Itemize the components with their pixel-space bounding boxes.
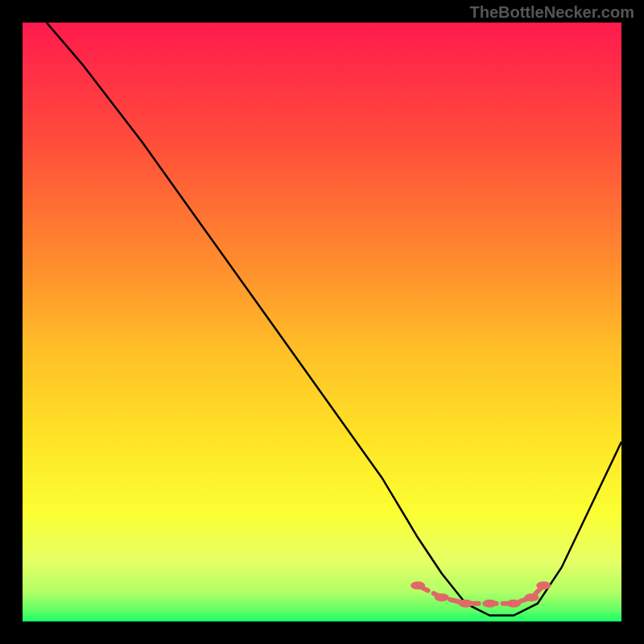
marker-dot	[536, 581, 551, 589]
gradient-background	[23, 23, 621, 621]
marker-dot	[524, 593, 539, 601]
chart-svg	[23, 23, 621, 621]
marker-dot	[506, 600, 521, 608]
marker-dot	[411, 581, 425, 589]
watermark-text: TheBottleNecker.com	[469, 3, 634, 22]
marker-dot	[482, 600, 497, 608]
chart-container	[23, 23, 621, 621]
marker-dot	[459, 600, 473, 608]
marker-dot	[435, 593, 449, 601]
